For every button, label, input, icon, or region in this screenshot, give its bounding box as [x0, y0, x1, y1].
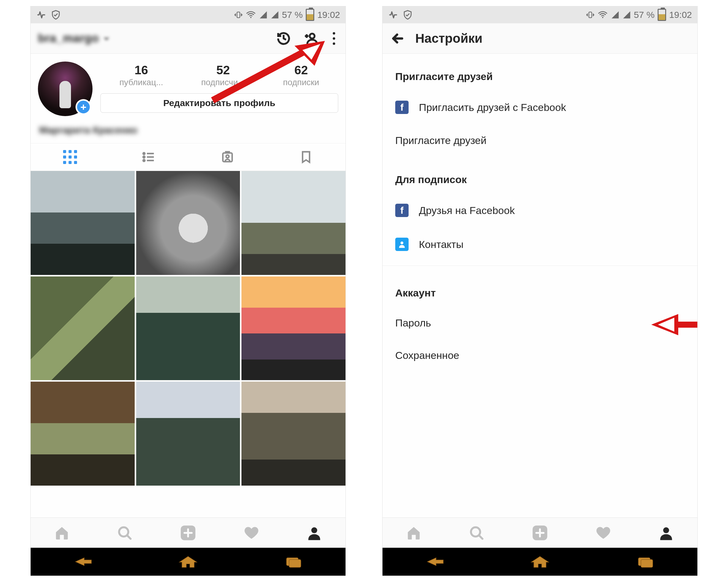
archive-icon[interactable] — [276, 31, 291, 46]
clock-time: 19:02 — [317, 10, 340, 20]
svg-point-10 — [311, 527, 317, 533]
android-status-bar: 57 % 19:02 — [383, 6, 697, 23]
wifi-icon — [598, 10, 608, 20]
battery-percent: 57 % — [634, 10, 655, 20]
activity-icon — [388, 10, 398, 20]
tab-saved[interactable] — [267, 143, 346, 171]
profile-icon[interactable] — [306, 525, 322, 541]
svg-point-1 — [250, 17, 251, 18]
battery-icon — [306, 9, 314, 21]
svg-point-5 — [143, 160, 145, 162]
home-icon[interactable] — [54, 525, 70, 541]
svg-rect-13 — [589, 12, 592, 18]
signal-icon-1 — [259, 10, 267, 19]
edit-profile-button[interactable]: Редактировать профиль — [100, 93, 338, 113]
tagged-icon — [220, 150, 234, 164]
setting-password[interactable]: Пароль — [383, 307, 697, 339]
svg-point-3 — [143, 153, 145, 155]
discover-people-icon[interactable] — [303, 31, 318, 46]
settings-header: Настройки — [383, 23, 697, 54]
svg-point-14 — [602, 17, 603, 18]
home-icon[interactable] — [406, 525, 422, 541]
add-story-badge[interactable]: + — [76, 99, 91, 115]
new-post-icon[interactable] — [179, 524, 197, 542]
grid-icon — [63, 150, 77, 164]
profile-avatar[interactable]: + — [38, 61, 93, 116]
wifi-icon — [246, 10, 256, 20]
stat-posts[interactable]: 16 публикац... — [120, 63, 163, 87]
section-follow: Для подписок — [383, 157, 697, 193]
svg-point-7 — [226, 155, 229, 158]
shield-icon — [402, 10, 413, 20]
stat-followers[interactable]: 52 подписчи... — [201, 63, 245, 87]
section-account: Аккаунт — [383, 270, 697, 307]
post-thumbnail[interactable] — [241, 276, 345, 381]
svg-rect-0 — [237, 12, 240, 18]
android-nav-bar — [31, 548, 345, 576]
search-icon[interactable] — [469, 525, 485, 541]
divider — [383, 266, 697, 266]
menu-icon[interactable] — [330, 32, 338, 45]
profile-icon[interactable] — [658, 525, 674, 541]
username-text: bra_margo — [38, 32, 99, 45]
signal-icon-1 — [611, 10, 619, 19]
bottom-nav — [31, 518, 345, 548]
home-button[interactable] — [177, 553, 199, 571]
post-thumbnail[interactable] — [136, 276, 240, 381]
page-title: Настройки — [415, 31, 483, 46]
display-name: Маргарита Красенко — [31, 119, 345, 143]
setting-invite-friends[interactable]: Пригласите друзей — [383, 124, 697, 157]
setting-saved[interactable]: Сохраненное — [383, 339, 697, 371]
heart-icon[interactable] — [243, 525, 259, 541]
battery-icon — [658, 9, 666, 21]
setting-facebook-friends[interactable]: f Друзья на Facebook — [383, 193, 697, 227]
signal-icon-2 — [270, 10, 279, 19]
section-invite-friends: Пригласите друзей — [383, 54, 697, 90]
contacts-icon — [395, 238, 409, 251]
posts-grid — [31, 171, 345, 486]
recent-apps-button[interactable] — [634, 553, 656, 571]
settings-list: Пригласите друзей f Пригласить друзей с … — [383, 54, 697, 371]
heart-icon[interactable] — [595, 525, 611, 541]
back-button[interactable] — [72, 553, 94, 571]
battery-percent: 57 % — [282, 10, 303, 20]
clock-time: 19:02 — [669, 10, 692, 20]
setting-invite-facebook[interactable]: f Пригласить друзей с Facebook — [383, 90, 697, 124]
new-post-icon[interactable] — [531, 524, 549, 542]
svg-point-15 — [400, 242, 403, 244]
home-button[interactable] — [529, 553, 551, 571]
phone-screen-settings: 57 % 19:02 Настройки Пригласите друзей f… — [382, 6, 698, 576]
recent-apps-button[interactable] — [282, 553, 304, 571]
post-thumbnail[interactable] — [136, 171, 240, 275]
post-thumbnail[interactable] — [241, 382, 345, 486]
profile-header: bra_margo — [31, 23, 345, 54]
phone-screen-profile: 57 % 19:02 bra_margo + 16 публикац... — [30, 6, 346, 576]
post-thumbnail[interactable] — [31, 171, 135, 275]
vibrate-icon — [586, 10, 595, 19]
back-button[interactable] — [424, 553, 446, 571]
post-thumbnail[interactable] — [31, 382, 135, 486]
tab-list[interactable] — [109, 143, 188, 171]
search-icon[interactable] — [117, 525, 133, 541]
setting-contacts[interactable]: Контакты — [383, 227, 697, 261]
facebook-icon: f — [395, 101, 409, 114]
svg-point-18 — [663, 527, 669, 533]
post-thumbnail[interactable] — [136, 382, 240, 486]
svg-rect-20 — [641, 560, 653, 567]
activity-icon — [36, 10, 46, 20]
username-dropdown[interactable]: bra_margo — [38, 32, 110, 45]
bookmark-icon — [299, 150, 313, 164]
signal-icon-2 — [622, 10, 631, 19]
bottom-nav — [383, 518, 697, 548]
post-thumbnail[interactable] — [31, 276, 135, 381]
svg-point-4 — [143, 156, 145, 158]
svg-rect-12 — [289, 560, 301, 567]
back-icon[interactable] — [391, 32, 404, 45]
tab-grid[interactable] — [31, 143, 109, 171]
tab-tagged[interactable] — [188, 143, 267, 171]
shield-icon — [51, 10, 61, 20]
stat-following[interactable]: 62 подписки — [283, 63, 319, 87]
chevron-down-icon — [103, 34, 110, 43]
list-icon — [142, 150, 156, 164]
post-thumbnail[interactable] — [241, 171, 345, 275]
